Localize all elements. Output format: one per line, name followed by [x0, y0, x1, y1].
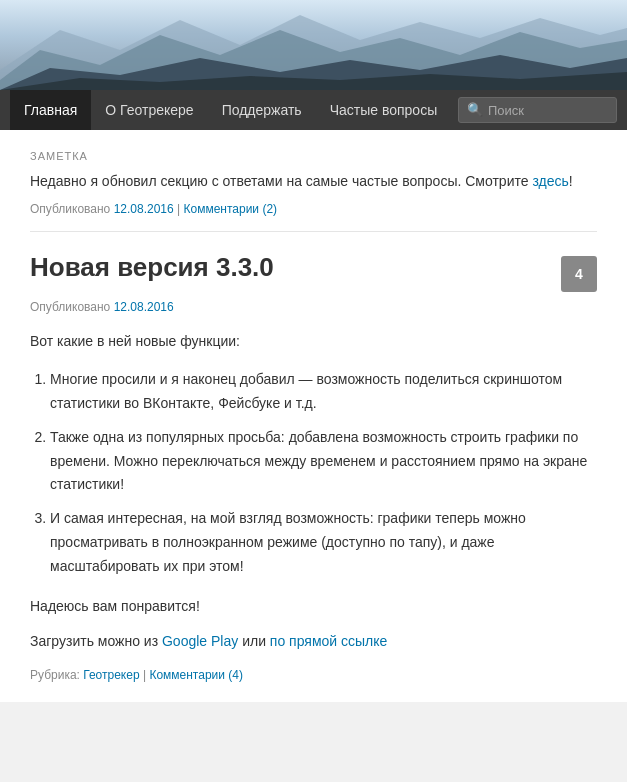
note-separator: | — [174, 202, 184, 216]
note-text-before: Недавно я обновил секцию с ответами на с… — [30, 173, 532, 189]
note-meta: Опубликовано 12.08.2016 | Комментарии (2… — [30, 202, 597, 216]
note-label: ЗАМЕТКА — [30, 150, 597, 162]
category-link[interactable]: Геотрекер — [83, 668, 139, 682]
section-divider — [30, 231, 597, 232]
navigation-bar: Главная О Геотрекере Поддержать Частые в… — [0, 90, 627, 130]
features-list: Многие просили и я наконец добавил — воз… — [30, 368, 597, 578]
google-play-link[interactable]: Google Play — [162, 633, 238, 649]
nav-support[interactable]: Поддержать — [208, 90, 316, 130]
article-title: Новая версия 3.3.0 — [30, 252, 274, 283]
article-date[interactable]: 12.08.2016 — [114, 300, 174, 314]
feature-item-2: Также одна из популярных просьба: добавл… — [50, 426, 597, 497]
nav-about[interactable]: О Геотрекере — [91, 90, 207, 130]
nav-faq[interactable]: Частые вопросы — [316, 90, 452, 130]
note-text: Недавно я обновил секцию с ответами на с… — [30, 170, 597, 192]
download-line: Загрузить можно из Google Play или по пр… — [30, 630, 597, 654]
comment-badge[interactable]: 4 — [561, 256, 597, 292]
feature-item-1: Многие просили и я наконец добавил — воз… — [50, 368, 597, 416]
nav-home[interactable]: Главная — [10, 90, 91, 130]
article: Новая версия 3.3.0 4 Опубликовано 12.08.… — [30, 252, 597, 682]
comments-footer-link[interactable]: Комментарии (4) — [149, 668, 243, 682]
direct-link[interactable]: по прямой ссылке — [270, 633, 387, 649]
article-intro: Вот какие в ней новые функции: — [30, 330, 597, 354]
article-meta-prefix: Опубликовано — [30, 300, 114, 314]
note-section: ЗАМЕТКА Недавно я обновил секцию с ответ… — [30, 150, 597, 216]
article-meta: Опубликовано 12.08.2016 — [30, 300, 597, 314]
note-meta-prefix: Опубликовано — [30, 202, 114, 216]
search-icon: 🔍 — [467, 102, 483, 118]
site-banner — [0, 0, 627, 90]
feature-item-3: И самая интересная, на мой взгляд возмож… — [50, 507, 597, 578]
note-date[interactable]: 12.08.2016 — [114, 202, 174, 216]
note-text-after: ! — [569, 173, 573, 189]
main-content: ЗАМЕТКА Недавно я обновил секцию с ответ… — [0, 130, 627, 702]
search-box: 🔍 — [458, 97, 617, 123]
note-comments[interactable]: Комментарии (2) — [183, 202, 277, 216]
download-middle: или — [238, 633, 270, 649]
article-header: Новая версия 3.3.0 4 — [30, 252, 597, 292]
footer-sep: | — [140, 668, 150, 682]
article-outro: Надеюсь вам понравится! — [30, 595, 597, 619]
download-prefix: Загрузить можно из — [30, 633, 162, 649]
footer-prefix: Рубрика: — [30, 668, 83, 682]
article-footer-meta: Рубрика: Геотрекер | Комментарии (4) — [30, 668, 597, 682]
search-input[interactable] — [488, 103, 608, 118]
nav-links: Главная О Геотрекере Поддержать Частые в… — [10, 90, 458, 130]
note-link[interactable]: здесь — [532, 173, 568, 189]
